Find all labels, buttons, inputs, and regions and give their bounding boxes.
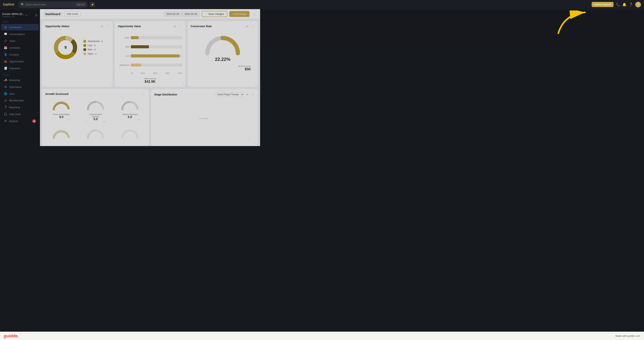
sidebar-item-label: Memberships bbox=[9, 99, 24, 102]
legend-item: Lost - 3 bbox=[84, 44, 103, 47]
opportunities-icon: 💼 bbox=[4, 60, 7, 63]
sidebar-item-sites[interactable]: 🌐 Sites bbox=[1, 91, 39, 97]
conversations-icon: 💬 bbox=[4, 32, 7, 36]
sidebar: Dunder Mifflin [D... Scranton, PA ▾ ⊟ Ap… bbox=[0, 9, 40, 146]
bar-track bbox=[131, 45, 182, 48]
dashboard-icon: ⊞ bbox=[4, 25, 7, 29]
sidebar-item-opportunities[interactable]: 💼 Opportunities bbox=[1, 58, 39, 65]
scale-max: 10 bbox=[103, 121, 105, 123]
sidebar-toggle-icon[interactable]: ⊟ bbox=[35, 13, 38, 17]
sidebar-item-label: Marketing bbox=[9, 79, 20, 82]
date-end: 2024-03-26 bbox=[184, 12, 197, 15]
bar-row-open: Open bbox=[118, 36, 182, 39]
widget-filter-button[interactable]: ⇄ bbox=[245, 92, 249, 97]
stage-distribution-dropdown[interactable]: Client Project Tracker bbox=[214, 92, 244, 97]
donut-chart: 9 bbox=[52, 34, 79, 61]
widget-filter-button[interactable]: ⇄ bbox=[245, 24, 249, 28]
resize-handle-icon[interactable]: ⤡ bbox=[255, 142, 257, 145]
scale-min: 0 bbox=[86, 121, 87, 123]
dashboard-title: Dashboard bbox=[43, 11, 62, 17]
date-range-picker[interactable]: 2024-02-25 → 2024-03-26 bbox=[164, 11, 200, 17]
edit-mode-button[interactable]: Edit mode bbox=[64, 11, 80, 17]
bar-fill bbox=[131, 36, 138, 39]
bar-track bbox=[131, 54, 182, 57]
legend-label: Open - 1 bbox=[88, 52, 96, 55]
lightning-button[interactable]: ⚡ bbox=[90, 2, 95, 7]
gauge-percentage: 22.22% bbox=[215, 57, 230, 62]
scorecard-gauge-svg bbox=[52, 100, 71, 111]
widget-header: Opportunity Value ⇄ ⋮ bbox=[118, 24, 182, 28]
sidebar-item-conversations[interactable]: 💬 Conversations bbox=[1, 31, 39, 37]
sidebar-item-label: Help Desk bbox=[9, 113, 20, 116]
scorecard-items-row2 bbox=[45, 127, 146, 143]
sidebar-item-scheduler[interactable]: 📅 Scheduler bbox=[1, 44, 39, 51]
save-changes-button[interactable]: ✓ Save changes bbox=[202, 11, 227, 17]
gauge-chart-container: 22.22% Won revenue $5K bbox=[190, 30, 255, 75]
sidebar-item-reporting[interactable]: ❓ Reporting bbox=[1, 104, 39, 111]
scheduler-icon: 📅 bbox=[4, 46, 7, 49]
bar-fill bbox=[131, 54, 180, 57]
sidebar-item-label: Mailfold bbox=[9, 120, 18, 123]
sidebar-item-helpdesk[interactable]: 🎧 Help Desk bbox=[1, 111, 39, 117]
search-placeholder: Quick search here bbox=[26, 3, 46, 6]
scale-min: 0 bbox=[120, 119, 121, 121]
widget-filter-button[interactable]: ⇄ bbox=[100, 24, 104, 28]
scorecard-value: 9.0 bbox=[52, 115, 71, 119]
scorecard-item bbox=[52, 129, 71, 141]
widget-more-button[interactable]: ⋮ bbox=[250, 24, 255, 28]
widget-filter-button[interactable]: ⇄ bbox=[173, 24, 176, 28]
bar-label: Lost bbox=[118, 55, 129, 57]
gauge-svg bbox=[204, 34, 242, 55]
search-icon: 🔍 bbox=[21, 3, 24, 6]
marketing-icon: 📣 bbox=[4, 78, 7, 82]
widget-more-button[interactable]: ⋮ bbox=[142, 92, 146, 96]
dashboard-header: Dashboard Edit mode 2024-02-25 → 2024-03… bbox=[40, 9, 260, 19]
sidebar-item-automation[interactable]: ⚙ Automation bbox=[1, 84, 39, 90]
revenue-label: Total revenue bbox=[118, 77, 182, 80]
sidebar-item-mailfold[interactable]: ✉ Mailfold 38 bbox=[1, 118, 39, 125]
widget-header: Conversion Rate ⇄ ⋮ bbox=[190, 24, 255, 28]
tools-section-label: Tools bbox=[0, 72, 40, 77]
page-layout: Dunder Mifflin [D... Scranton, PA ▾ ⊟ Ap… bbox=[0, 0, 260, 146]
won-revenue-value: $5K bbox=[194, 67, 251, 71]
scorecard-gauge-svg bbox=[120, 129, 140, 140]
sidebar-item-label: Reporting bbox=[9, 106, 20, 109]
widget-actions: ⇄ ⋮ bbox=[100, 24, 110, 28]
search-bar[interactable]: 🔍 Quick search here Ctrl + K bbox=[19, 1, 88, 7]
resize-handle-icon[interactable]: ⤡ bbox=[255, 83, 257, 86]
sidebar-item-memberships[interactable]: 🏷 Memberships bbox=[1, 97, 39, 104]
resize-handle-icon[interactable]: ⤡ bbox=[110, 83, 112, 86]
sidebar-item-dashboard[interactable]: ⊞ Dashboard bbox=[1, 24, 39, 30]
widget-more-button[interactable]: ⋮ bbox=[250, 92, 255, 97]
resize-handle-icon[interactable]: ⤡ bbox=[182, 83, 184, 86]
workspace-header[interactable]: Dunder Mifflin [D... Scranton, PA ▾ ⊟ bbox=[0, 11, 40, 19]
donut-chart-container: 9 Abandoned - 3 Lost - 3 W bbox=[45, 30, 110, 65]
widget-more-button[interactable]: ⋮ bbox=[178, 24, 182, 28]
x-label: $40K bbox=[178, 72, 182, 74]
sidebar-item-marketing[interactable]: 📣 Marketing bbox=[1, 77, 39, 83]
scorecard-items: Brand & Messaging 9.0 0 10 Commun bbox=[45, 98, 146, 125]
sidebar-item-label: Payments bbox=[9, 67, 20, 70]
widget-opportunity-value: Opportunity Value ⇄ ⋮ Open bbox=[115, 21, 185, 87]
bar-track bbox=[131, 63, 182, 67]
check-icon: ✓ bbox=[205, 12, 207, 15]
bar-fill bbox=[131, 63, 141, 67]
workspace-name: Dunder Mifflin [D... bbox=[2, 12, 24, 15]
sidebar-item-tasks[interactable]: ☑ Tasks bbox=[1, 38, 39, 44]
sidebar-item-payments[interactable]: 🧾 Payments bbox=[1, 65, 39, 71]
more-options-button[interactable]: ⋮ bbox=[251, 11, 257, 17]
bar-label: Abandoned bbox=[118, 64, 129, 66]
bar-chart: Open Won Lost bbox=[118, 30, 182, 84]
memberships-icon: 🏷 bbox=[4, 99, 7, 102]
main-content: Dashboard Edit mode 2024-02-25 → 2024-03… bbox=[40, 9, 260, 146]
widget-actions: ⇄ ⋮ bbox=[245, 24, 255, 28]
widget-more-button[interactable]: ⋮ bbox=[105, 24, 110, 28]
widget-stage-distribution: Stage Distribution Client Project Tracke… bbox=[151, 89, 258, 146]
sidebar-item-label: Sites bbox=[9, 92, 15, 95]
widget-conversion-rate: Conversion Rate ⇄ ⋮ 22.22% bbox=[188, 21, 258, 87]
helpdesk-icon: 🎧 bbox=[4, 112, 7, 116]
add-widget-button[interactable]: + Add Widget bbox=[229, 11, 250, 17]
sidebar-item-contacts[interactable]: 👤 Contacts bbox=[1, 51, 39, 58]
sidebar-item-label: Automation bbox=[9, 86, 22, 88]
lightning-icon: ⚡ bbox=[91, 3, 94, 6]
